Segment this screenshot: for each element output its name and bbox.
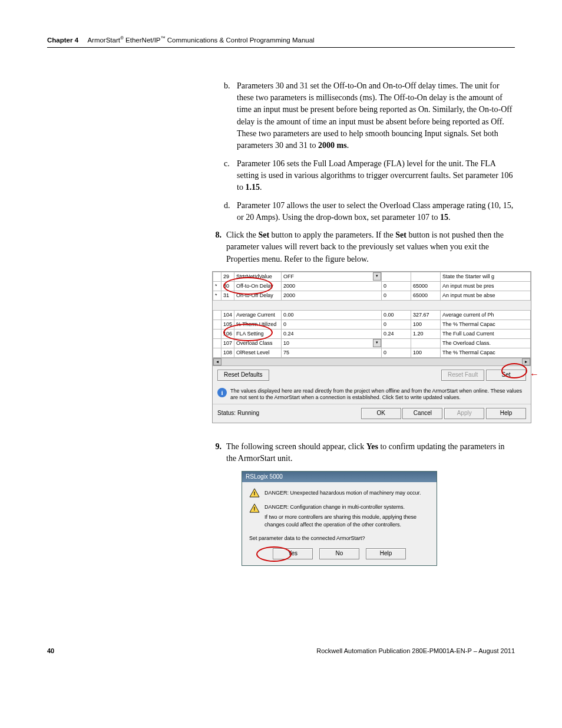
chapter-label: Chapter 4 bbox=[47, 37, 78, 44]
reset-defaults-button[interactable]: Reset Defaults bbox=[217, 370, 269, 381]
list-item-b: b. Parameters 30 and 31 set the Off-to-O… bbox=[224, 80, 515, 152]
yes-button[interactable]: Yes bbox=[273, 548, 313, 559]
warning-icon: ! bbox=[249, 488, 260, 498]
dropdown-arrow-icon[interactable]: ▾ bbox=[373, 272, 381, 281]
header-rule bbox=[47, 47, 515, 48]
page-number: 40 bbox=[47, 647, 54, 654]
warning-icon: ! bbox=[249, 503, 260, 513]
param-table-mid: 104Average Current0.000.00327.67Average … bbox=[213, 310, 531, 358]
svg-text:!: ! bbox=[253, 490, 255, 496]
horizontal-scrollbar[interactable]: ◂ ▸ bbox=[213, 358, 531, 366]
properties-screenshot: 29StrtrNetIdValueOFF▾State the Starter w… bbox=[212, 271, 531, 423]
table-row: 106FLA Setting0.240.241.20The Full Load … bbox=[213, 330, 531, 339]
step-9: 9. The following screen should appear, c… bbox=[206, 441, 515, 465]
list-item-c: c. Parameter 106 sets the Full Load Ampe… bbox=[224, 158, 515, 194]
arrow-icon: ← bbox=[530, 367, 539, 381]
reset-fault-button[interactable]: Reset Fault bbox=[441, 370, 484, 381]
help-button[interactable]: Help bbox=[486, 408, 526, 419]
danger-row: ! DANGER: Unexpected hazardous motion of… bbox=[249, 488, 429, 498]
ok-button[interactable]: OK bbox=[361, 408, 401, 419]
table-row: 107Overload Class10▾The Overload Class. bbox=[213, 339, 531, 348]
set-button[interactable]: Set bbox=[486, 370, 526, 381]
no-button[interactable]: No bbox=[319, 548, 359, 559]
table-row: 104Average Current0.000.00327.67Average … bbox=[213, 311, 531, 320]
publication-info: Rockwell Automation Publication 280E-PM0… bbox=[316, 647, 515, 654]
danger-row: ! DANGER: Configuration change in multi-… bbox=[249, 503, 429, 529]
help-button[interactable]: Help bbox=[366, 548, 406, 559]
table-row: 108OlReset Level750100The % Thermal Capa… bbox=[213, 348, 531, 358]
confirm-dialog: RSLogix 5000 ! DANGER: Unexpected hazard… bbox=[242, 471, 437, 566]
list-item-d: d. Parameter 107 allows the user to sele… bbox=[224, 200, 515, 224]
dialog-question: Set parameter data to the connected Armo… bbox=[249, 535, 429, 542]
param-table-top: 29StrtrNetIdValueOFF▾State the Starter w… bbox=[213, 272, 531, 301]
svg-text:!: ! bbox=[253, 505, 255, 512]
table-row: 29StrtrNetIdValueOFF▾State the Starter w… bbox=[213, 272, 531, 281]
page-footer: 40 Rockwell Automation Publication 280E-… bbox=[47, 647, 515, 654]
apply-button[interactable]: Apply bbox=[444, 408, 484, 419]
table-row: *31On-to-Off Delay2000065000An input mus… bbox=[213, 291, 531, 301]
dropdown-arrow-icon[interactable]: ▾ bbox=[373, 339, 381, 347]
dialog-titlebar: RSLogix 5000 bbox=[242, 472, 437, 483]
cancel-button[interactable]: Cancel bbox=[402, 408, 442, 419]
body-text: b. Parameters 30 and 31 set the Off-to-O… bbox=[224, 80, 515, 566]
info-note: i The values displayed here are read dir… bbox=[213, 384, 531, 404]
table-row: *30Off-to-On Delay2000065000An input mus… bbox=[213, 282, 531, 291]
step-8: 8. Click the Set button to apply the par… bbox=[206, 229, 515, 265]
page-header: Chapter 4 ArmorStart® EtherNet/IP™ Commu… bbox=[47, 35, 515, 44]
header-title: ArmorStart® EtherNet/IP™ Communications … bbox=[87, 37, 314, 44]
table-row: 105% Therm Utilized00100The % Thermal Ca… bbox=[213, 320, 531, 330]
info-icon: i bbox=[217, 388, 227, 397]
status-label: Status: Running bbox=[217, 409, 259, 418]
